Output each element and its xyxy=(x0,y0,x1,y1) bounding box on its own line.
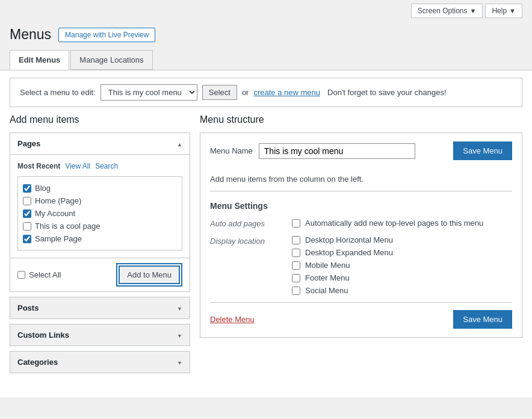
pages-accordion-body: Most Recent View All Search Blog Home (P… xyxy=(10,154,190,258)
delete-menu-link[interactable]: Delete Menu xyxy=(210,315,255,324)
location-social-checkbox[interactable] xyxy=(292,287,300,295)
sub-tab-search[interactable]: Search xyxy=(95,162,118,170)
list-item: Mobile Menu xyxy=(292,261,393,270)
posts-expand-icon xyxy=(177,303,182,312)
live-preview-button[interactable]: Manage with Live Preview xyxy=(58,28,155,42)
help-chevron: ▼ xyxy=(509,7,516,14)
item-label-cool-page: This is a cool page xyxy=(35,222,100,231)
select-all-checkbox[interactable] xyxy=(17,271,25,279)
list-item: Social Menu xyxy=(292,286,393,295)
menu-structure-title: Menu structure xyxy=(200,114,522,125)
pages-collapse-icon xyxy=(177,139,182,148)
menu-name-label-input: Menu Name xyxy=(210,143,415,159)
select-button[interactable]: Select xyxy=(202,85,237,100)
pages-label: Pages xyxy=(17,139,40,148)
add-menu-items-title: Add menu items xyxy=(10,114,190,125)
auto-add-label: Auto add pages xyxy=(210,218,282,228)
location-desktop-expanded-checkbox[interactable] xyxy=(292,249,300,257)
list-item: Desktop Expanded Menu xyxy=(292,248,393,257)
auto-add-checkbox[interactable] xyxy=(292,219,300,228)
screen-options-label: Screen Options xyxy=(418,7,468,15)
checkbox-my-account[interactable] xyxy=(23,210,31,218)
auto-add-pages-row: Auto add pages Automatically add new top… xyxy=(210,218,512,228)
list-item: Home (Page) xyxy=(23,194,177,207)
custom-links-expand-icon xyxy=(177,331,182,340)
pages-accordion-header[interactable]: Pages xyxy=(10,133,190,154)
save-menu-button-top[interactable]: Save Menu xyxy=(453,141,512,160)
menu-select[interactable]: This is my cool menu xyxy=(101,84,197,101)
or-text: or xyxy=(242,88,249,97)
menu-name-label: Menu Name xyxy=(210,146,253,155)
menu-name-row: Menu Name Save Menu xyxy=(210,141,512,160)
select-all-label: Select All xyxy=(29,270,61,279)
save-menu-button-bottom[interactable]: Save Menu xyxy=(453,310,512,329)
location-desktop-horizontal: Desktop Horizontal Menu xyxy=(305,235,393,244)
select-menu-label: Select a menu to edit: xyxy=(20,88,96,97)
menu-settings: Menu Settings Auto add pages Automatical… xyxy=(210,201,512,295)
checkbox-blog[interactable] xyxy=(23,184,31,193)
sub-tab-view-all[interactable]: View All xyxy=(65,162,90,170)
display-location-options: Desktop Horizontal Menu Desktop Expanded… xyxy=(292,235,393,295)
list-item: This is a cool page xyxy=(23,220,177,232)
location-social: Social Menu xyxy=(305,286,348,295)
content-area: Add menu items Pages Most Recent View Al… xyxy=(0,114,532,388)
tab-manage-locations[interactable]: Manage Locations xyxy=(70,50,152,70)
create-new-menu-link[interactable]: create a new menu xyxy=(253,88,320,97)
page-title: Menus xyxy=(10,26,51,43)
auto-add-option-row: Automatically add new top-level pages to… xyxy=(292,218,483,228)
location-footer: Footer Menu xyxy=(305,273,350,282)
list-item: My Account xyxy=(23,207,177,220)
custom-links-accordion: Custom Links xyxy=(10,324,190,346)
help-button[interactable]: Help ▼ xyxy=(485,4,522,18)
select-menu-bar: Select a menu to edit: This is my cool m… xyxy=(10,78,522,107)
location-desktop-horizontal-checkbox[interactable] xyxy=(292,236,300,244)
posts-accordion: Posts xyxy=(10,297,190,319)
item-label-my-account: My Account xyxy=(35,209,75,218)
posts-label: Posts xyxy=(17,303,39,312)
location-desktop-expanded: Desktop Expanded Menu xyxy=(305,248,393,257)
add-to-menu-wrapper: Add to Menu xyxy=(116,263,182,287)
list-item: Sample Page xyxy=(23,232,177,245)
categories-label: Categories xyxy=(17,358,58,367)
menu-name-input[interactable] xyxy=(259,143,415,159)
tab-edit-menus[interactable]: Edit Menus xyxy=(10,50,69,70)
item-label-blog: Blog xyxy=(35,184,51,193)
list-item: Footer Menu xyxy=(292,273,393,282)
location-footer-checkbox[interactable] xyxy=(292,274,300,282)
page-header: Menus Manage with Live Preview xyxy=(0,22,532,43)
item-label-home: Home (Page) xyxy=(35,196,81,205)
save-note: Don't forget to save your changes! xyxy=(327,88,447,97)
custom-links-label: Custom Links xyxy=(17,331,69,340)
checkbox-cool-page[interactable] xyxy=(23,222,31,231)
location-mobile: Mobile Menu xyxy=(305,261,350,270)
display-location-row: Display location Desktop Horizontal Menu… xyxy=(210,235,512,295)
list-item: Blog xyxy=(23,182,177,194)
add-items-hint: Add menu items from the column on the le… xyxy=(210,167,512,191)
categories-accordion-header[interactable]: Categories xyxy=(10,352,190,373)
screen-options-chevron: ▼ xyxy=(470,7,477,14)
screen-options-button[interactable]: Screen Options ▼ xyxy=(411,4,483,18)
checkbox-home[interactable] xyxy=(23,197,31,205)
right-panel-bottom: Delete Menu Save Menu xyxy=(210,302,512,329)
pages-items-list: Blog Home (Page) My Account This is xyxy=(17,176,182,250)
custom-links-accordion-header[interactable]: Custom Links xyxy=(10,324,190,346)
checkbox-sample-page[interactable] xyxy=(23,235,31,243)
add-to-menu-button[interactable]: Add to Menu xyxy=(119,265,180,284)
tabs-bar: Edit Menus Manage Locations xyxy=(0,43,532,70)
posts-accordion-header[interactable]: Posts xyxy=(10,297,190,318)
location-mobile-checkbox[interactable] xyxy=(292,261,300,270)
left-panel: Add menu items Pages Most Recent View Al… xyxy=(10,114,190,378)
categories-accordion: Categories xyxy=(10,351,190,373)
categories-expand-icon xyxy=(177,358,182,367)
pages-accordion-footer: Select All Add to Menu xyxy=(10,258,190,291)
list-item: Desktop Horizontal Menu xyxy=(292,235,393,244)
auto-add-option-text: Automatically add new top-level pages to… xyxy=(305,219,483,228)
display-location-label: Display location xyxy=(210,235,282,295)
pages-sub-tabs: Most Recent View All Search xyxy=(17,162,182,170)
sub-tab-most-recent[interactable]: Most Recent xyxy=(17,162,60,170)
item-label-sample-page: Sample Page xyxy=(35,234,82,243)
pages-accordion: Pages Most Recent View All Search Blog xyxy=(10,132,190,292)
menu-settings-title: Menu Settings xyxy=(210,201,512,211)
right-panel: Menu structure Menu Name Save Menu Add m… xyxy=(200,114,522,378)
help-label: Help xyxy=(492,7,507,15)
